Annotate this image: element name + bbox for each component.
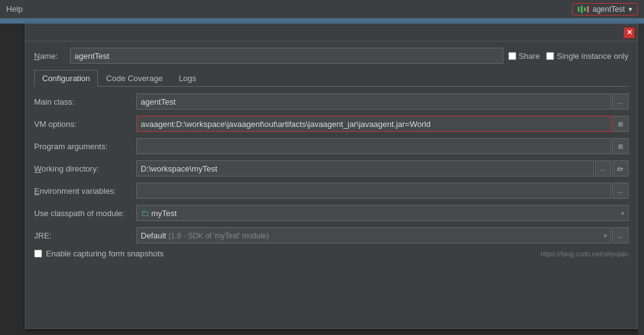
name-options: Share Single instance only (508, 51, 629, 61)
run-configuration-dialog: ✕ Name: Share Single instance only (25, 24, 638, 329)
bar3 (584, 7, 586, 11)
tab-code-coverage[interactable]: Code Coverage (98, 70, 170, 87)
classpath-row: Use classpath of module: 🗀 myTest ▾ (34, 204, 629, 222)
bar4 (587, 6, 589, 12)
expand-icon: ⊞ (618, 121, 623, 128)
name-label: Name: (34, 51, 65, 61)
working-dir-label: Working directory: (34, 164, 136, 173)
single-instance-checkbox-group: Single instance only (546, 51, 629, 61)
working-dir-row: Working directory: ... 🗁 (34, 160, 629, 177)
help-menu[interactable]: Help (6, 4, 23, 14)
classpath-dropdown[interactable]: 🗀 myTest ▾ (136, 205, 629, 221)
capture-snapshots-group: Enable capturing form snapshots (34, 249, 164, 258)
close-button[interactable]: ✕ (624, 27, 635, 38)
jre-label: JRE: (34, 231, 136, 240)
jre-default-text: Default (141, 231, 166, 240)
bottom-link: https://blog.csdn.net/xifenjian (540, 250, 629, 258)
jre-browse-button[interactable]: ... (612, 227, 629, 243)
tabs: Configuration Code Coverage Logs (34, 70, 629, 87)
name-row: Name: Share Single instance only (34, 48, 629, 64)
env-vars-row: Environment variables: ... (34, 182, 629, 199)
capture-label: Enable capturing form snapshots (46, 249, 164, 258)
module-icon: 🗀 myTest (141, 209, 177, 218)
vm-options-browse-button[interactable]: ⊞ (612, 116, 629, 132)
vm-options-input[interactable] (136, 116, 611, 132)
ellipsis-icon: ... (618, 98, 623, 105)
program-args-label: Program arguments: (34, 142, 136, 151)
single-instance-checkbox[interactable] (546, 52, 554, 60)
tab-logs[interactable]: Logs (170, 70, 204, 87)
run-icon (578, 6, 589, 13)
top-menu-bar: Help agentTest ▾ (0, 0, 644, 19)
vm-options-label: VM options: (34, 120, 136, 129)
working-dir-folder-button[interactable]: 🗁 (612, 160, 629, 176)
single-instance-label: Single instance only (557, 51, 629, 61)
jre-dropdown[interactable]: Default (1.8 - SDK of 'myTest' module) ▾ (136, 227, 611, 243)
dialog-body: Name: Share Single instance only Configu… (25, 41, 637, 328)
jre-row: JRE: Default (1.8 - SDK of 'myTest' modu… (34, 227, 629, 244)
ellipsis-icon3: ... (618, 188, 623, 194)
working-dir-ellipsis-button[interactable]: ... (595, 160, 611, 176)
main-class-label: Main class: (34, 97, 136, 107)
folder-icon: 🗁 (617, 165, 624, 172)
working-dir-input[interactable] (136, 160, 594, 176)
main-class-input[interactable] (136, 94, 611, 110)
env-vars-browse-button[interactable]: ... (612, 183, 629, 199)
expand-icon2: ⊞ (618, 143, 623, 150)
dialog-titlebar: ✕ (25, 24, 637, 41)
program-args-browse-button[interactable]: ⊞ (612, 138, 629, 154)
run-config-label: agentTest (593, 5, 625, 14)
share-checkbox-group: Share (508, 51, 540, 61)
run-config-button[interactable]: agentTest ▾ (572, 3, 638, 15)
main-class-browse-button[interactable]: ... (612, 94, 629, 110)
right-sidebar (638, 24, 644, 335)
env-vars-label: Environment variables: (34, 186, 136, 196)
ellipsis-icon2: ... (601, 165, 606, 172)
secondary-bar (0, 19, 644, 24)
jre-chevron-icon: ▾ (604, 232, 607, 239)
bottom-row: Enable capturing form snapshots https://… (34, 249, 629, 258)
run-config-dropdown-arrow[interactable]: ▾ (629, 5, 632, 14)
share-checkbox[interactable] (508, 52, 516, 60)
program-args-input[interactable] (136, 138, 611, 154)
bar2 (581, 6, 583, 13)
vm-options-row: VM options: ⊞ (34, 115, 629, 133)
program-args-row: Program arguments: ⊞ (34, 137, 629, 155)
classpath-value: myTest (151, 209, 177, 218)
main-class-row: Main class: ... (34, 93, 629, 110)
capture-snapshots-checkbox[interactable] (34, 250, 42, 258)
jre-content: Default (1.8 - SDK of 'myTest' module) (141, 231, 269, 240)
env-vars-input[interactable] (136, 183, 611, 199)
jre-ellipsis-icon: ... (618, 232, 623, 239)
module-folder-icon: 🗀 (141, 209, 149, 218)
tab-configuration[interactable]: Configuration (34, 70, 98, 87)
bar1 (578, 7, 580, 12)
share-label: Share (519, 51, 540, 61)
name-input[interactable] (70, 48, 503, 64)
jre-hint-text: (1.8 - SDK of 'myTest' module) (169, 232, 269, 240)
classpath-label: Use classpath of module: (34, 209, 136, 218)
classpath-chevron-icon: ▾ (621, 210, 624, 217)
